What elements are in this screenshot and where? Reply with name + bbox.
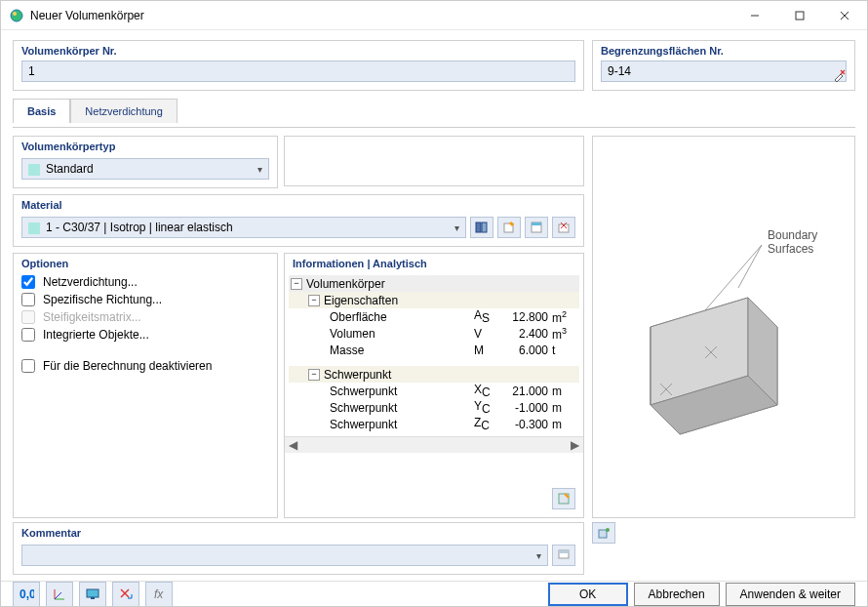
volume-number-panel: Volumenkörper Nr.: [13, 40, 584, 91]
svg-rect-29: [559, 550, 569, 553]
collapse-icon[interactable]: −: [308, 369, 320, 381]
preview-settings-button[interactable]: [592, 522, 615, 544]
display-button[interactable]: [79, 582, 106, 607]
axes-button[interactable]: [46, 582, 73, 607]
tree-node-centroid[interactable]: −Schwerpunkt: [289, 366, 579, 383]
material-edit-button[interactable]: [525, 217, 548, 238]
blank-panel: [284, 136, 584, 186]
svg-rect-37: [91, 597, 95, 599]
svg-rect-36: [87, 589, 99, 597]
option-mesh-refinement[interactable]: Netzverdichtung...: [21, 275, 269, 289]
centroid-row-x: SchwerpunktXC21.000m: [289, 383, 579, 399]
svg-text:fx: fx: [154, 587, 164, 601]
scroll-right-icon[interactable]: ▶: [571, 438, 579, 452]
info-tree: −Volumenkörper −Eigenschaften Oberfläche…: [285, 271, 583, 484]
tab-mesh-refinement[interactable]: Netzverdichtung: [70, 99, 178, 123]
volume-type-group: Volumenkörpertyp Standard ▾: [13, 136, 278, 188]
boundary-surfaces-label: Begrenzungsflächen Nr.: [601, 45, 847, 57]
material-title: Material: [21, 199, 575, 211]
ok-button[interactable]: OK: [548, 583, 628, 606]
boundary-picker-icon[interactable]: [831, 66, 848, 84]
material-select[interactable]: 1 - C30/37 | Isotrop | linear elastisch …: [21, 217, 466, 238]
svg-line-35: [55, 592, 61, 599]
svg-text:0,00: 0,00: [20, 587, 34, 601]
preview-label: Boundary: [768, 228, 817, 242]
svg-point-0: [11, 10, 22, 21]
units-button[interactable]: 0,00: [13, 582, 40, 607]
volume-number-input[interactable]: [21, 61, 575, 82]
option-specific-direction[interactable]: Spezifische Richtung...: [21, 293, 269, 306]
chevron-down-icon: ▾: [454, 223, 459, 233]
comment-title: Kommentar: [21, 527, 575, 539]
prop-row-volume: VolumenV2.400m3: [289, 325, 579, 342]
svg-point-1: [13, 12, 17, 16]
svg-line-17: [738, 245, 762, 288]
function-button[interactable]: fx: [145, 582, 173, 607]
information-title: Informationen | Analytisch: [293, 258, 575, 269]
window-title: Neuer Volumenkörper: [30, 9, 732, 22]
boundary-surfaces-input[interactable]: [601, 61, 847, 82]
preview-label2: Surfaces: [768, 242, 813, 256]
cancel-button[interactable]: Abbrechen: [634, 583, 720, 606]
material-library-button[interactable]: [470, 217, 493, 238]
tab-basis[interactable]: Basis: [13, 99, 70, 123]
comment-pick-button[interactable]: [552, 545, 575, 566]
minimize-button[interactable]: [732, 1, 777, 30]
prop-row-surface: OberflächeAS12.800m2: [289, 308, 579, 325]
titlebar: Neuer Volumenkörper: [1, 1, 867, 30]
svg-rect-30: [599, 530, 607, 538]
volume-type-select[interactable]: Standard ▾: [21, 158, 269, 180]
tree-node-properties[interactable]: −Eigenschaften: [289, 292, 579, 308]
centroid-row-y: SchwerpunktYC-1.000m: [289, 399, 579, 416]
svg-rect-3: [796, 12, 804, 20]
preview-tools: [592, 522, 855, 575]
app-icon: [9, 8, 24, 23]
centroid-row-z: SchwerpunktZC-0.300m: [289, 416, 579, 432]
collapse-icon[interactable]: −: [291, 278, 302, 290]
option-integrated-objects[interactable]: Integrierte Objekte...: [21, 328, 269, 342]
apply-continue-button[interactable]: Anwenden & weiter: [726, 583, 855, 606]
information-group: Informationen | Analytisch −Volumenkörpe…: [284, 253, 584, 518]
info-calculate-button[interactable]: [552, 488, 575, 509]
options-title: Optionen: [21, 258, 269, 269]
tree-node-volume[interactable]: −Volumenkörper: [289, 275, 579, 292]
bottom-toolbar: 0,00 fx OK Abbrechen Anwenden & weiter: [1, 581, 867, 607]
option-deactivate[interactable]: Für die Berechnung deaktivieren: [21, 359, 269, 373]
material-new-button[interactable]: [497, 217, 521, 238]
tab-bar: Basis Netzverdichtung: [13, 99, 855, 123]
comment-input[interactable]: ▾: [21, 545, 548, 566]
material-delete-button[interactable]: [552, 217, 575, 238]
svg-rect-9: [482, 223, 487, 232]
reset-button[interactable]: [112, 582, 139, 607]
type-color-swatch: [28, 164, 40, 176]
options-group: Optionen Netzverdichtung... Spezifische …: [13, 253, 278, 518]
boundary-surfaces-panel: Begrenzungsflächen Nr.: [592, 40, 855, 91]
close-button[interactable]: [822, 1, 867, 30]
volume-number-label: Volumenkörper Nr.: [21, 45, 575, 57]
preview-3d[interactable]: Boundary Surfaces: [592, 136, 855, 518]
svg-point-31: [606, 528, 610, 532]
collapse-icon[interactable]: −: [308, 295, 320, 306]
option-stiffness-matrix: Steifigkeitsmatrix...: [21, 310, 269, 324]
comment-group: Kommentar ▾: [13, 522, 584, 575]
scroll-left-icon[interactable]: ◀: [289, 438, 297, 452]
chevron-down-icon: ▾: [536, 550, 541, 561]
maximize-button[interactable]: [777, 1, 822, 30]
material-color-swatch: [28, 223, 40, 234]
svg-rect-8: [476, 223, 481, 232]
prop-row-mass: MasseM6.000t: [289, 342, 579, 358]
info-scrollbar[interactable]: ◀▶: [285, 436, 583, 453]
material-group: Material 1 - C30/37 | Isotrop | linear e…: [13, 194, 584, 247]
volume-type-title: Volumenkörpertyp: [21, 141, 269, 152]
svg-rect-12: [532, 223, 541, 225]
chevron-down-icon: ▾: [257, 164, 262, 175]
